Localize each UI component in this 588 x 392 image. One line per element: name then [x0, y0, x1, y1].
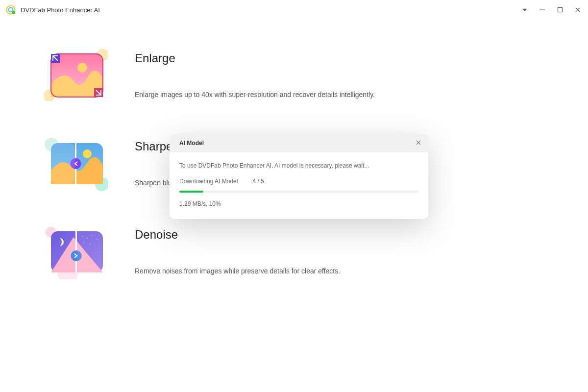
app-logo-icon — [6, 5, 16, 15]
download-speed: 1.29 MB/s, 10% — [179, 200, 418, 207]
dialog-body: To use DVDFab Photo Enhancer AI, AI mode… — [170, 152, 428, 219]
feature-enlarge[interactable]: Enlarge Enlarge images up to 40x with su… — [44, 49, 544, 103]
denoise-title: Denoise — [135, 228, 340, 242]
svg-rect-4 — [558, 8, 563, 12]
sharpen-icon — [44, 137, 108, 191]
dialog-header: AI Model — [170, 134, 428, 152]
titlebar: DVDFab Photo Enhancer AI — [0, 0, 588, 20]
dialog-title: AI Model — [179, 140, 204, 147]
svg-point-25 — [82, 236, 83, 237]
dialog-message: To use DVDFab Photo Enhancer AI, AI mode… — [179, 162, 418, 169]
svg-point-28 — [97, 239, 98, 240]
download-row: Downloading AI Model 4 / 5 — [179, 178, 418, 185]
denoise-icon — [44, 225, 108, 279]
ai-model-dialog: AI Model To use DVDFab Photo Enhancer AI… — [170, 134, 428, 219]
svg-rect-3 — [540, 10, 545, 10]
app-title: DVDFab Photo Enhancer AI — [21, 6, 100, 14]
titlebar-right — [520, 5, 582, 14]
titlebar-left: DVDFab Photo Enhancer AI — [6, 5, 100, 15]
svg-rect-18 — [51, 143, 75, 184]
denoise-desc: Remove noises from images while preserve… — [135, 267, 340, 275]
enlarge-icon — [44, 49, 108, 103]
downloading-label: Downloading AI Model — [179, 178, 238, 185]
svg-point-8 — [77, 63, 87, 73]
progress-fill — [179, 191, 203, 193]
svg-point-29 — [84, 242, 85, 243]
minimize-icon[interactable] — [538, 5, 547, 14]
enlarge-desc: Enlarge images up to 40x with super-reso… — [135, 91, 375, 98]
svg-point-30 — [90, 244, 91, 245]
svg-point-26 — [87, 238, 88, 239]
download-count: 4 / 5 — [252, 178, 264, 185]
feature-denoise[interactable]: Denoise Remove noises from images while … — [44, 225, 544, 279]
maximize-icon[interactable] — [556, 5, 564, 14]
svg-point-15 — [83, 149, 92, 158]
dialog-close-icon[interactable] — [416, 139, 421, 147]
progress-bar — [179, 191, 418, 193]
menu-dropdown-icon[interactable] — [520, 5, 529, 14]
svg-point-27 — [92, 235, 93, 236]
svg-point-2 — [12, 11, 15, 14]
close-icon[interactable] — [573, 5, 582, 14]
svg-rect-24 — [77, 231, 103, 272]
enlarge-title: Enlarge — [135, 51, 375, 65]
